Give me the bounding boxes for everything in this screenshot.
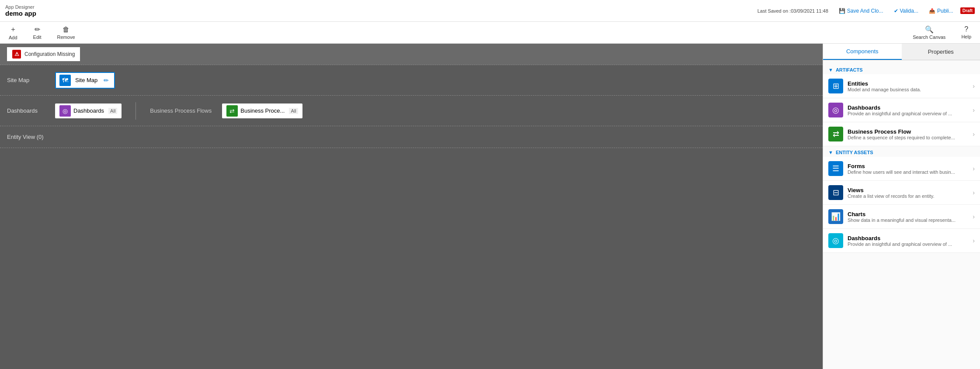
component-item-entities[interactable]: ⊞ Entities Model and manage business dat… — [823, 74, 980, 98]
entities-title: Entities — [848, 80, 968, 87]
bpf-comp-icon: ⇄ — [828, 127, 843, 141]
warning-icon: ⚠ — [12, 50, 21, 59]
entity-view-label: Entity View (0) — [7, 134, 55, 140]
dashboards-row-label: Dashboards — [7, 107, 55, 114]
bpf-row-label: Business Process Flows — [150, 107, 212, 114]
bpf-card[interactable]: ⇄ Business Proce... All — [222, 103, 302, 118]
help-icon: ? — [964, 25, 968, 33]
validate-button[interactable]: ✔ Valida... — [890, 6, 922, 16]
component-item-dashboards2[interactable]: ◎ Dashboards Provide an insightful and g… — [823, 229, 980, 253]
toolbar: ＋ Add ✏ Edit 🗑 Remove 🔍 Search Canvas ? … — [0, 22, 980, 44]
remove-button[interactable]: 🗑 Remove — [54, 24, 79, 41]
component-item-bpf[interactable]: ⇄ Business Process Flow Define a sequenc… — [823, 122, 980, 146]
dashboards-comp-icon: ◎ — [828, 103, 843, 117]
publish-button[interactable]: 📤 Publi... — [925, 6, 957, 16]
charts-icon: 📊 — [828, 209, 843, 224]
dashboards-card[interactable]: ◎ Dashboards All — [55, 103, 122, 118]
remove-icon: 🗑 — [63, 26, 70, 34]
sitemap-card-label: Site Map — [73, 77, 100, 83]
top-header: App Designer demo app Last Saved on :03/… — [0, 0, 980, 22]
app-name: demo app — [5, 10, 36, 17]
add-button[interactable]: ＋ Add — [5, 23, 21, 42]
search-canvas-button[interactable]: 🔍 Search Canvas — [909, 24, 949, 41]
validate-icon: ✔ — [894, 8, 898, 14]
charts-arrow-icon: › — [973, 213, 975, 220]
component-item-charts[interactable]: 📊 Charts Show data in a meaningful and v… — [823, 205, 980, 229]
dashboards-row-content: ◎ Dashboards All Business Process Flows … — [55, 102, 816, 120]
edit-button[interactable]: ✏ Edit — [30, 24, 45, 41]
canvas: ⚠ Configuration Missing Site Map 🗺 Site … — [0, 44, 823, 369]
component-item-dashboards[interactable]: ◎ Dashboards Provide an insightful and g… — [823, 98, 980, 122]
last-saved: Last Saved on :03/09/2021 11:48 — [758, 8, 828, 14]
artifacts-arrow-icon: ▼ — [828, 67, 833, 72]
dashboards-card-label: Dashboards — [73, 107, 104, 114]
dashboards2-title: Dashboards — [848, 235, 968, 241]
forms-title: Forms — [848, 163, 968, 169]
dashboards-card-badge: All — [108, 108, 117, 114]
toolbar-right: 🔍 Search Canvas ? Help — [909, 24, 975, 41]
entities-arrow-icon: › — [973, 83, 975, 90]
bpf-card-badge: All — [289, 108, 298, 114]
bpf-card-icon: ⇄ — [226, 105, 238, 117]
app-info: App Designer demo app — [5, 4, 36, 17]
tab-properties[interactable]: Properties — [902, 44, 980, 60]
entity-assets-arrow-icon: ▼ — [828, 150, 833, 155]
dashboards-bpf-row: Dashboards ◎ Dashboards All Business Pro… — [0, 96, 823, 126]
bpf-comp-desc: Define a sequence of steps required to c… — [848, 135, 968, 140]
entities-desc: Model and manage business data. — [848, 87, 968, 92]
dashboards-comp-arrow-icon: › — [973, 107, 975, 114]
edit-icon: ✏ — [35, 25, 40, 34]
sitemap-row: Site Map 🗺 Site Map ✏ — [0, 65, 823, 96]
help-button[interactable]: ? Help — [958, 24, 975, 41]
bpf-card-label: Business Proce... — [240, 107, 285, 114]
save-button[interactable]: 💾 Save And Clo... — [835, 6, 887, 16]
forms-arrow-icon: › — [973, 165, 975, 172]
sitemap-edit-icon[interactable]: ✏ — [102, 76, 111, 85]
entity-assets-section-header: ▼ ENTITY ASSETS — [823, 146, 980, 157]
dashboards2-arrow-icon: › — [973, 237, 975, 244]
sitemap-label: Site Map — [7, 77, 55, 83]
forms-icon: ☰ — [828, 161, 843, 176]
component-item-views[interactable]: ⊟ Views Create a list view of records fo… — [823, 181, 980, 205]
dashboards-card-icon: ◎ — [59, 105, 71, 117]
app-designer-label: App Designer — [5, 4, 36, 10]
dashboards2-icon: ◎ — [828, 233, 843, 248]
entities-icon: ⊞ — [828, 79, 843, 93]
main-layout: ⚠ Configuration Missing Site Map 🗺 Site … — [0, 44, 980, 369]
right-panel: Components Properties ▼ ARTIFACTS ⊞ Enti… — [823, 44, 980, 369]
save-icon: 💾 — [839, 8, 845, 14]
views-title: Views — [848, 187, 968, 193]
sitemap-content: 🗺 Site Map ✏ — [55, 72, 816, 89]
charts-title: Charts — [848, 211, 968, 217]
config-missing-banner: ⚠ Configuration Missing — [7, 47, 80, 61]
tab-components[interactable]: Components — [823, 44, 902, 60]
views-arrow-icon: › — [973, 189, 975, 196]
bpf-comp-arrow-icon: › — [973, 131, 975, 138]
panel-tabs: Components Properties — [823, 44, 980, 60]
search-icon: 🔍 — [925, 25, 934, 34]
add-icon: ＋ — [10, 25, 17, 34]
header-right: Last Saved on :03/09/2021 11:48 💾 Save A… — [758, 6, 975, 16]
views-desc: Create a list view of records for an ent… — [848, 193, 968, 199]
sitemap-card[interactable]: 🗺 Site Map ✏ — [55, 72, 115, 89]
charts-desc: Show data in a meaningful and visual rep… — [848, 217, 968, 223]
draft-badge: Draft — [960, 7, 975, 14]
sitemap-icon: 🗺 — [59, 75, 71, 86]
forms-desc: Define how users will see and interact w… — [848, 169, 968, 175]
dashboards2-desc: Provide an insightful and graphical over… — [848, 241, 968, 247]
views-icon: ⊟ — [828, 185, 843, 200]
config-missing-row: ⚠ Configuration Missing — [0, 44, 823, 65]
entity-view-row: Entity View (0) — [0, 126, 823, 148]
panel-content: ▼ ARTIFACTS ⊞ Entities Model and manage … — [823, 60, 980, 256]
dashboards-comp-title: Dashboards — [848, 104, 968, 111]
canvas-divider — [136, 102, 136, 120]
component-item-forms[interactable]: ☰ Forms Define how users will see and in… — [823, 157, 980, 181]
dashboards-comp-desc: Provide an insightful and graphical over… — [848, 111, 968, 116]
artifacts-section-header: ▼ ARTIFACTS — [823, 64, 980, 74]
bpf-comp-title: Business Process Flow — [848, 128, 968, 135]
publish-icon: 📤 — [929, 8, 935, 14]
